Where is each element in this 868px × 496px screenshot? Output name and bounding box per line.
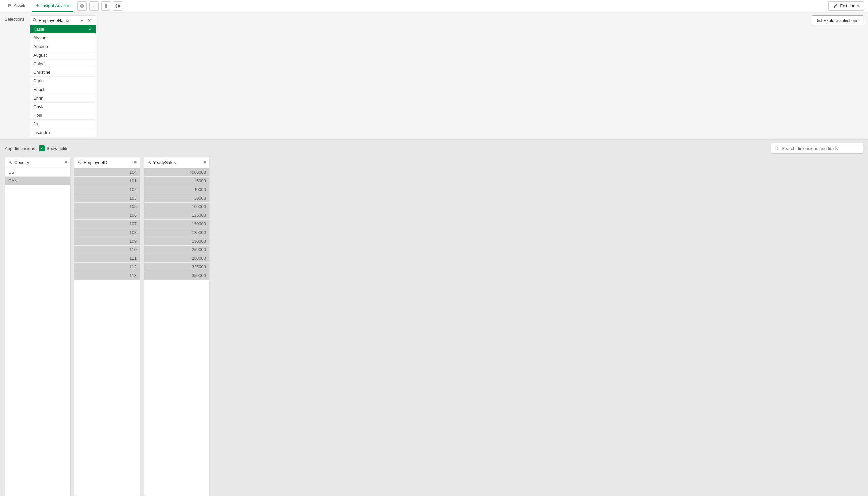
filter-card-body: Kasie✓AlysonAntoineAugustChloeChristineD… bbox=[30, 25, 96, 137]
dim-row[interactable]: 101 bbox=[75, 177, 140, 185]
dim-row[interactable]: 113 bbox=[75, 271, 140, 280]
dim-card-title: Country bbox=[14, 160, 63, 165]
dim-search-icon bbox=[8, 160, 12, 165]
tab-assets[interactable]: ⊞ Assets bbox=[4, 0, 30, 12]
tab-insight-advisor[interactable]: ✦ Insight Advisor bbox=[32, 0, 74, 12]
edit-sheet-label: Edit sheet bbox=[840, 3, 859, 8]
icon-btn-2[interactable] bbox=[89, 1, 98, 11]
filter-item[interactable]: August bbox=[30, 51, 96, 60]
dim-row[interactable]: 4000000 bbox=[144, 168, 209, 177]
dim-card-header: EmployeeID≡ bbox=[75, 157, 140, 168]
icon-btn-4[interactable] bbox=[113, 1, 122, 11]
filter-item[interactable]: Holli bbox=[30, 111, 96, 120]
dim-row[interactable]: 102 bbox=[75, 185, 140, 194]
filter-item[interactable]: Chloe bbox=[30, 60, 96, 68]
dim-card-title: EmployeeID bbox=[84, 160, 132, 165]
svg-line-20 bbox=[11, 163, 12, 164]
dim-row[interactable]: 50000 bbox=[144, 194, 209, 202]
dim-row[interactable]: 250000 bbox=[144, 246, 209, 254]
assets-icon: ⊞ bbox=[8, 3, 12, 8]
show-fields-checkbox[interactable]: ✓ bbox=[39, 145, 45, 151]
dim-row[interactable]: 185000 bbox=[144, 228, 209, 237]
search-dimensions-box bbox=[771, 143, 863, 154]
dim-row[interactable]: 108 bbox=[75, 228, 140, 237]
svg-rect-14 bbox=[817, 19, 821, 21]
filter-item[interactable]: Antoine bbox=[30, 42, 96, 51]
svg-rect-3 bbox=[83, 6, 84, 8]
dim-row[interactable]: 105 bbox=[75, 202, 140, 211]
filter-item[interactable]: Alyson bbox=[30, 34, 96, 42]
filter-item[interactable]: Erinn bbox=[30, 94, 96, 103]
search-dimensions-input[interactable] bbox=[782, 146, 860, 151]
filter-card-title: EmployeeName bbox=[39, 18, 76, 23]
dim-card-body: 4000000150004000050000100000125000150000… bbox=[144, 168, 209, 496]
dim-row[interactable]: 109 bbox=[75, 237, 140, 246]
dim-row[interactable]: 106 bbox=[75, 211, 140, 220]
edit-sheet-button[interactable]: Edit sheet bbox=[828, 1, 864, 11]
dim-card-body: 104101102103105106107108109110111112113 bbox=[75, 168, 140, 496]
dim-row[interactable]: 111 bbox=[75, 254, 140, 263]
dim-row[interactable]: 190000 bbox=[144, 237, 209, 246]
dim-search-icon bbox=[78, 160, 82, 165]
main-content: Selections EmployeeName ≡ ✕ Kasie✓Alyson… bbox=[0, 12, 868, 496]
grid-icon bbox=[92, 4, 96, 8]
filter-card-header: EmployeeName ≡ ✕ bbox=[30, 16, 96, 25]
dim-row[interactable]: 112 bbox=[75, 263, 140, 271]
dim-row[interactable]: US bbox=[5, 168, 70, 177]
svg-point-21 bbox=[78, 161, 80, 163]
svg-point-11 bbox=[117, 6, 118, 6]
filter-card-actions: ≡ ✕ bbox=[78, 17, 93, 24]
filter-item[interactable]: Christine bbox=[30, 68, 96, 77]
svg-point-12 bbox=[33, 18, 35, 20]
nav-tabs: ⊞ Assets ✦ Insight Advisor bbox=[4, 0, 122, 12]
dim-row[interactable]: 280000 bbox=[144, 254, 209, 263]
dim-row[interactable]: 150000 bbox=[144, 220, 209, 228]
show-fields-toggle[interactable]: ✓ Show fields bbox=[39, 145, 68, 151]
filter-item[interactable]: Kasie✓ bbox=[30, 25, 96, 34]
dim-row[interactable]: CAN bbox=[5, 177, 70, 185]
explore-icon bbox=[817, 18, 822, 22]
icon-btn-3[interactable] bbox=[101, 1, 110, 11]
svg-point-19 bbox=[9, 161, 11, 163]
dim-card-menu-icon[interactable]: ≡ bbox=[203, 160, 206, 165]
dim-row[interactable]: 104 bbox=[75, 168, 140, 177]
filter-item[interactable]: Ja bbox=[30, 120, 96, 128]
selections-area: Selections EmployeeName ≡ ✕ Kasie✓Alyson… bbox=[0, 12, 868, 140]
svg-point-23 bbox=[148, 161, 150, 163]
svg-point-17 bbox=[775, 146, 777, 149]
filter-item[interactable]: Enoch bbox=[30, 86, 96, 94]
dim-row[interactable]: 40000 bbox=[144, 185, 209, 194]
dim-row[interactable]: 110 bbox=[75, 246, 140, 254]
dim-row[interactable]: 107 bbox=[75, 220, 140, 228]
dim-search-icon bbox=[147, 160, 151, 165]
dim-row[interactable]: 350000 bbox=[144, 271, 209, 280]
filter-close-icon[interactable]: ✕ bbox=[86, 17, 93, 24]
svg-rect-1 bbox=[83, 4, 84, 5]
explore-selections-button[interactable]: Explore selections bbox=[812, 15, 864, 25]
target-icon bbox=[115, 4, 120, 8]
selections-scroll: EmployeeName ≡ ✕ Kasie✓AlysonAntoineAugu… bbox=[30, 15, 808, 137]
dim-card-menu-icon[interactable]: ≡ bbox=[134, 160, 137, 165]
dim-row[interactable]: 15000 bbox=[144, 177, 209, 185]
filter-item[interactable]: Gayle bbox=[30, 103, 96, 111]
dim-card-header: Country≡ bbox=[5, 157, 70, 168]
filter-item[interactable]: Darin bbox=[30, 77, 96, 86]
search-dimensions-icon bbox=[774, 146, 779, 151]
filter-list-icon[interactable]: ≡ bbox=[78, 17, 85, 24]
assets-label: Assets bbox=[14, 3, 27, 8]
filter-item[interactable]: Lisandra bbox=[30, 128, 96, 137]
dim-row[interactable]: 125000 bbox=[144, 211, 209, 220]
dim-row[interactable]: 100000 bbox=[144, 202, 209, 211]
svg-rect-2 bbox=[80, 6, 81, 8]
toolbar-icons bbox=[77, 1, 122, 11]
top-nav: ⊞ Assets ✦ Insight Advisor Edit sheet bbox=[0, 0, 868, 12]
pencil-icon bbox=[833, 4, 838, 8]
explore-btn-label: Explore selections bbox=[824, 18, 859, 23]
dim-row[interactable]: 103 bbox=[75, 194, 140, 202]
bottom-panel: App dimensions ✓ Show fields Country≡USC… bbox=[0, 140, 868, 496]
dim-card-menu-icon[interactable]: ≡ bbox=[64, 160, 67, 165]
dim-row[interactable]: 325000 bbox=[144, 263, 209, 271]
svg-line-22 bbox=[80, 163, 81, 164]
expand-icon bbox=[80, 4, 84, 8]
icon-btn-1[interactable] bbox=[77, 1, 87, 11]
